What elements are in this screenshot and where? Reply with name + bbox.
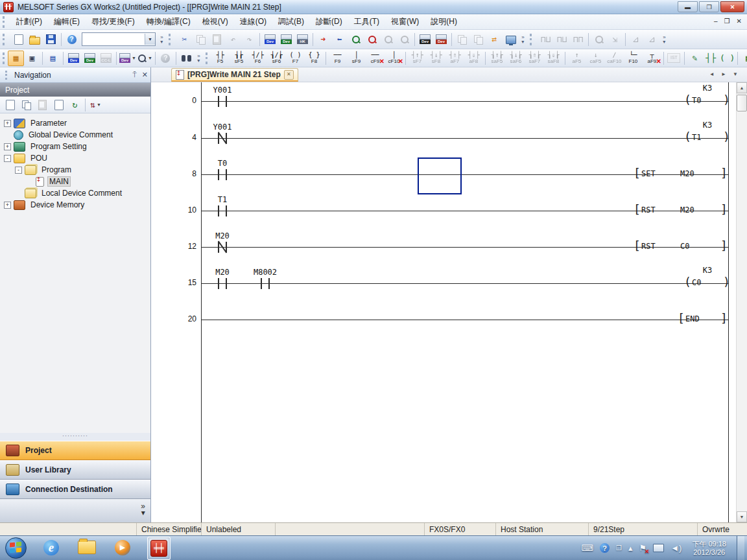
toolbar-grip[interactable]	[206, 52, 208, 64]
scroll-down-button[interactable]: ▼	[737, 511, 747, 522]
menu-item-8[interactable]: 工具(T)	[348, 15, 385, 28]
taskbar-clock[interactable]: 下午 09:18 2012/3/26	[692, 540, 726, 557]
tree-expander[interactable]: -	[4, 155, 11, 162]
logging-config-icon[interactable]: ⊓⊔	[554, 32, 570, 47]
read-from-plc-icon[interactable]: ⬅	[331, 32, 348, 47]
ladder-symbol-saf6-button[interactable]: ┧↓┟saF6	[506, 51, 525, 66]
mdi-close-button[interactable]: ✕	[737, 18, 742, 25]
ladder-symbol-saf8-button[interactable]: ┧⇓┟saF8	[544, 51, 563, 66]
tray-network-icon[interactable]	[653, 544, 664, 552]
tray-volume-icon[interactable]: ◄)	[670, 543, 682, 553]
tree-item-program-setting[interactable]: +Program Setting	[0, 141, 150, 152]
save-project-icon[interactable]	[43, 32, 59, 47]
device-search-icon[interactable]: ▼	[137, 51, 153, 66]
remote-operation-icon[interactable]	[503, 32, 519, 47]
ladder-symbol-f6-button[interactable]: ┤∕├F6	[248, 51, 267, 66]
ladder-symbol-f7-button[interactable]: ( )F7	[286, 51, 305, 66]
edit-ladder-icon[interactable]: ✎	[687, 51, 703, 66]
taskbar-media-player-icon[interactable]: ▶	[112, 537, 134, 559]
ladder-symbol-cf9-button[interactable]: ──cF9✕	[366, 51, 385, 66]
edit-cursor-cell[interactable]	[418, 158, 462, 194]
sort-filter-icon[interactable]: ⇅▼	[88, 97, 104, 113]
paste-data-icon[interactable]	[34, 97, 51, 113]
project-combo[interactable]: ▼	[82, 32, 156, 46]
menu-item-3[interactable]: 轉換/編譯(C)	[141, 15, 196, 28]
refresh-icon[interactable]: ↻	[67, 97, 83, 113]
ladder-canvas[interactable]: 0Y001(T0)K34Y001(T1)K38T0[SETM20]10T1[RS…	[151, 82, 736, 522]
tree-item-program[interactable]: -Program	[0, 164, 150, 176]
cut-icon[interactable]: ✂	[176, 32, 193, 47]
taskbar-ie-icon[interactable]: e	[40, 537, 62, 559]
scrollbar-thumb[interactable]	[737, 95, 747, 111]
ladder-symbol-f8-button[interactable]: { }F8	[305, 51, 324, 66]
tree-item-parameter[interactable]: +Parameter	[0, 117, 150, 129]
device-memory-dev-icon[interactable]: Dev	[417, 32, 433, 47]
menu-item-7[interactable]: 診斷(D)	[310, 15, 348, 28]
monitor-pause-icon[interactable]	[380, 32, 396, 47]
new-data-icon[interactable]	[2, 97, 18, 113]
ladder-symbol-af9-button[interactable]: ┬aF9✕	[643, 51, 661, 66]
monitor-start-icon[interactable]	[348, 32, 364, 47]
find-icon[interactable]	[178, 51, 195, 66]
menu-item-10[interactable]: 說明(H)	[425, 15, 463, 28]
device-test-coil-icon[interactable]: ( )	[719, 51, 735, 66]
menu-item-6[interactable]: 調試(B)	[272, 15, 310, 28]
data-property-icon[interactable]	[51, 97, 67, 113]
menu-item-0[interactable]: 計劃(P)	[10, 15, 48, 28]
tray-window-icon[interactable]: ❒	[616, 544, 622, 552]
device-find-icon[interactable]: Dev	[262, 32, 278, 47]
program-list-icon[interactable]: ▤	[45, 51, 61, 66]
start-button[interactable]	[5, 537, 27, 559]
pin-icon[interactable]: ⍑	[132, 71, 137, 79]
toolbar-grip[interactable]	[3, 34, 7, 45]
device-table-icon[interactable]: Dev	[82, 51, 98, 66]
ladder-symbol-f9-button[interactable]: ──F9	[328, 51, 347, 66]
tree-item-global-device-comment[interactable]: +Global Device Comment	[0, 129, 150, 141]
toolbar-grip[interactable]	[169, 34, 173, 45]
device-comment-list-icon[interactable]: Dev	[65, 51, 82, 66]
panel-splitter[interactable]: ··········	[0, 433, 150, 438]
scroll-up-button[interactable]: ▲	[737, 82, 747, 93]
tree-item-main[interactable]: +‡MAIN	[0, 176, 150, 187]
new-project-icon[interactable]	[10, 32, 27, 47]
tray-keyboard-icon[interactable]: ⌨	[581, 543, 593, 553]
watch-register-icon[interactable]: ▦	[740, 51, 747, 66]
combobox-dropdown-icon[interactable]: ▼	[145, 34, 155, 45]
ladder-symbol-cf10-button[interactable]: │cF10✕	[385, 51, 403, 66]
close-panel-icon[interactable]: ✕	[142, 71, 148, 79]
monitor-resume-icon[interactable]	[396, 32, 412, 47]
tree-item-pou[interactable]: -POU	[0, 152, 150, 164]
write-to-plc-icon[interactable]: ➜	[315, 32, 331, 47]
ladder-symbol-caf10-button[interactable]: ∕caF10	[605, 51, 624, 66]
trigger-up-icon[interactable]: ⊿	[628, 32, 644, 47]
tray-action-center-icon[interactable]: ⚑✕	[639, 543, 647, 553]
trace-window-icon[interactable]: ⇲	[607, 32, 623, 47]
view-button-user-library[interactable]: User Library	[0, 460, 150, 480]
tree-item-device-memory[interactable]: +Device Memory	[0, 199, 150, 211]
paste-icon[interactable]	[209, 32, 225, 47]
ladder-symbol-sf7-button[interactable]: ┤↑├sF7	[408, 51, 427, 66]
undo-icon[interactable]: ↶	[225, 32, 241, 47]
context-help-icon[interactable]: ?	[158, 51, 174, 66]
tab-main-program[interactable]: [PRG]Write MAIN 21 Step ✕	[171, 68, 298, 82]
tab-scroll-arrows[interactable]: ◄ ► ▼	[709, 71, 741, 77]
transfer-setup-icon[interactable]: ⇄	[486, 32, 503, 47]
ladder-symbol-caf5-button[interactable]: ↓caF5	[586, 51, 605, 66]
sampling-trace-icon[interactable]: ⊓⊔	[538, 32, 554, 47]
toolbar-overflow-button[interactable]: »▾	[519, 32, 527, 47]
ladder-symbol-af8-button[interactable]: ┤⇓├aF8	[464, 51, 483, 66]
trace-find-icon[interactable]	[591, 32, 607, 47]
device-cc-link-icon[interactable]: CC-L	[98, 51, 114, 66]
ladder-symbol-saf7-button[interactable]: ┧⇑┟saF7	[525, 51, 544, 66]
copy-data-icon[interactable]	[18, 97, 34, 113]
tree-expander[interactable]: -	[15, 167, 22, 174]
tree-expander[interactable]: +	[4, 143, 11, 150]
device-monitor-icon[interactable]: Dev	[278, 32, 294, 47]
restore-button[interactable]: ❒	[699, 1, 719, 12]
pulse-trace-icon[interactable]: ⊓⊓	[570, 32, 586, 47]
program-transfer-icon[interactable]	[470, 32, 486, 47]
redo-icon[interactable]: ↷	[241, 32, 257, 47]
minimize-button[interactable]: ▬	[678, 1, 698, 12]
ladder-symbol-af5-button[interactable]: ↑aF5	[567, 51, 586, 66]
ladder-symbol-af7-button[interactable]: ┤⇑├aF7	[445, 51, 464, 66]
